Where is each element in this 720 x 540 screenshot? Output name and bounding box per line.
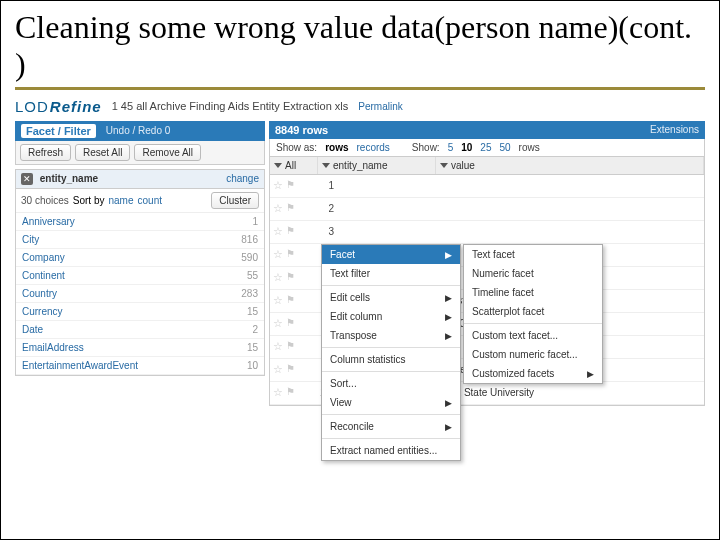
flag-icon[interactable]: ⚑ (286, 363, 295, 376)
facet-row[interactable]: Currency15 (16, 303, 264, 321)
star-icon[interactable]: ☆ (273, 340, 283, 353)
menu-label: Text filter (330, 268, 370, 279)
star-icon[interactable]: ☆ (273, 386, 283, 399)
column-entity-name[interactable]: entity_name (318, 157, 436, 174)
extensions-link[interactable]: Extensions (650, 124, 699, 135)
reset-all-button[interactable]: Reset All (75, 144, 130, 161)
flag-icon[interactable]: ⚑ (286, 340, 295, 353)
star-icon[interactable]: ☆ (273, 363, 283, 376)
facet-count: 10 (247, 360, 258, 371)
menu-item-numeric-facet[interactable]: Numeric facet (464, 264, 602, 283)
star-icon[interactable]: ☆ (273, 294, 283, 307)
facet-subheader: 30 choices Sort by name count Cluster (16, 189, 264, 213)
menu-label: Extract named entities... (330, 445, 437, 456)
menu-label: View (330, 397, 352, 408)
facet-count: 55 (247, 270, 258, 281)
facet-count: 15 (247, 306, 258, 317)
arrow-right-icon: ▶ (445, 422, 452, 432)
flag-icon[interactable]: ⚑ (286, 294, 295, 307)
menu-item-view[interactable]: View▶ (322, 393, 460, 412)
menu-item-text-filter[interactable]: Text filter (322, 264, 460, 283)
menu-item-edit-column[interactable]: Edit column▶ (322, 307, 460, 326)
flag-icon[interactable]: ⚑ (286, 248, 295, 261)
menu-item-sort[interactable]: Sort... (322, 374, 460, 393)
slide-title: Cleaning some wrong value data(person na… (15, 9, 705, 83)
menu-item-reconcile[interactable]: Reconcile▶ (322, 417, 460, 436)
show-25-link[interactable]: 25 (480, 142, 491, 153)
cluster-button[interactable]: Cluster (211, 192, 259, 209)
facet-row[interactable]: Anniversary1 (16, 213, 264, 231)
column-value[interactable]: value (436, 157, 704, 174)
permalink-link[interactable]: Permalink (358, 101, 402, 112)
facet-filter-tab[interactable]: Facet / Filter (21, 124, 96, 138)
menu-item-edit-cells[interactable]: Edit cells▶ (322, 288, 460, 307)
refresh-button[interactable]: Refresh (20, 144, 71, 161)
facet-row[interactable]: Date2 (16, 321, 264, 339)
row-count: 8849 rows (275, 124, 328, 136)
menu-item-column-statistics[interactable]: Column statistics (322, 350, 460, 369)
star-icon[interactable]: ☆ (273, 248, 283, 261)
menu-item-customized-facets[interactable]: Customized facets▶ (464, 364, 602, 383)
remove-all-button[interactable]: Remove All (134, 144, 201, 161)
facet-header: ✕ entity_name change (16, 170, 264, 189)
sort-count-link[interactable]: count (138, 195, 162, 206)
facet-row[interactable]: Continent55 (16, 267, 264, 285)
facet-row[interactable]: EntertainmentAwardEvent10 (16, 357, 264, 375)
flag-icon[interactable]: ⚑ (286, 202, 295, 215)
app-logo: LODRefine (15, 98, 102, 115)
menu-item-transpose[interactable]: Transpose▶ (322, 326, 460, 345)
menu-item-custom-numeric-facet[interactable]: Custom numeric facet... (464, 345, 602, 364)
sort-by-label: Sort by (73, 195, 105, 206)
facet-label: Currency (22, 306, 63, 317)
menu-label: Custom text facet... (472, 330, 558, 341)
show-50-link[interactable]: 50 (499, 142, 510, 153)
menu-separator (464, 323, 602, 324)
star-icon[interactable]: ☆ (273, 179, 283, 192)
records-mode-link[interactable]: records (356, 142, 389, 153)
menu-item-timeline-facet[interactable]: Timeline facet (464, 283, 602, 302)
arrow-right-icon: ▶ (445, 331, 452, 341)
menu-item-text-facet[interactable]: Text facet (464, 245, 602, 264)
facet-row[interactable]: Company590 (16, 249, 264, 267)
facet-row[interactable]: City816 (16, 231, 264, 249)
rows-mode-link[interactable]: rows (325, 142, 348, 153)
flag-icon[interactable]: ⚑ (286, 271, 295, 284)
facet-count: 15 (247, 342, 258, 353)
menu-label: Edit cells (330, 292, 370, 303)
facet-row[interactable]: EmailAddress15 (16, 339, 264, 357)
facet-count: 816 (241, 234, 258, 245)
undo-redo-tab[interactable]: Undo / Redo 0 (106, 125, 171, 136)
grid-header: All entity_name value (269, 157, 705, 175)
facet-change-link[interactable]: change (226, 173, 259, 184)
star-icon[interactable]: ☆ (273, 271, 283, 284)
show-10-link[interactable]: 10 (461, 142, 472, 153)
menu-item-extract-named-entities[interactable]: Extract named entities... (322, 441, 460, 460)
entity-cell (338, 184, 436, 188)
arrow-right-icon: ▶ (587, 369, 594, 379)
show-5-link[interactable]: 5 (448, 142, 454, 153)
menu-item-scatterplot-facet[interactable]: Scatterplot facet (464, 302, 602, 321)
row-number: 2 (318, 203, 338, 214)
value-cell: Iowa State University (436, 385, 704, 400)
menu-item-custom-text-facet[interactable]: Custom text facet... (464, 326, 602, 345)
project-filename: 1 45 all Archive Finding Aids Entity Ext… (112, 100, 349, 112)
flag-icon[interactable]: ⚑ (286, 317, 295, 330)
facet-label: Date (22, 324, 43, 335)
close-icon[interactable]: ✕ (21, 173, 33, 185)
table-row: ☆⚑3 (270, 221, 704, 244)
table-row: ☆⚑1 (270, 175, 704, 198)
row-number: 1 (318, 180, 338, 191)
menu-separator (322, 414, 460, 415)
menu-item-facet[interactable]: Facet▶ (322, 245, 460, 264)
star-icon[interactable]: ☆ (273, 317, 283, 330)
facet-row[interactable]: Country283 (16, 285, 264, 303)
flag-icon[interactable]: ⚑ (286, 386, 295, 399)
sort-name-link[interactable]: name (109, 195, 134, 206)
flag-icon[interactable]: ⚑ (286, 225, 295, 238)
facet-count: 283 (241, 288, 258, 299)
flag-icon[interactable]: ⚑ (286, 179, 295, 192)
star-icon[interactable]: ☆ (273, 202, 283, 215)
column-all[interactable]: All (270, 157, 318, 174)
star-icon[interactable]: ☆ (273, 225, 283, 238)
facet-label: Continent (22, 270, 65, 281)
